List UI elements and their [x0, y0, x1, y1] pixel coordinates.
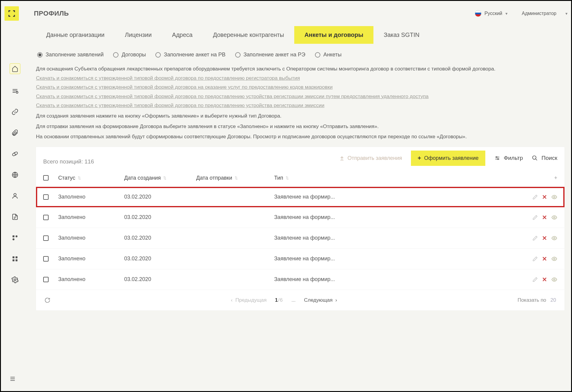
sort-icon[interactable]: ⇅ — [286, 176, 288, 180]
download-link-4[interactable]: Скачать и ознакомиться с утвержденной ти… — [36, 101, 565, 110]
select-all-checkbox[interactable] — [43, 175, 49, 181]
svg-point-18 — [496, 157, 497, 157]
row-checkbox[interactable] — [43, 277, 49, 282]
row-checkbox[interactable] — [43, 256, 49, 262]
sidebar-settings[interactable] — [11, 276, 19, 284]
download-link-2[interactable]: Скачать и ознакомиться с утвержденной ти… — [36, 83, 565, 92]
per-page-value[interactable]: 20 — [550, 297, 556, 303]
col-status[interactable]: Статус — [58, 175, 75, 181]
delete-icon[interactable]: ✕ — [542, 276, 547, 283]
svg-point-25 — [554, 258, 555, 259]
filter-button[interactable]: Фильтр — [494, 155, 523, 161]
table-row[interactable]: Заполнено03.02.2020Заявление на формир..… — [36, 249, 565, 269]
sidebar-menu[interactable] — [9, 376, 16, 382]
sidebar-apps[interactable] — [11, 255, 19, 263]
search-button[interactable]: Поиск — [532, 155, 557, 161]
user-selector[interactable]: Администратор ▾ — [522, 11, 568, 16]
edit-icon[interactable] — [532, 277, 538, 282]
create-label: Оформить заявление — [424, 155, 479, 161]
sidebar-user[interactable] — [11, 192, 19, 200]
view-icon[interactable] — [551, 277, 557, 283]
view-icon[interactable] — [551, 214, 557, 220]
sort-icon[interactable]: ⇅ — [163, 176, 166, 180]
send-label: Отправить заявления — [348, 155, 402, 161]
cell-status: Заполнено — [58, 194, 124, 200]
tab-4[interactable]: Анкеты и договоры — [294, 26, 373, 44]
cell-created: 03.02.2020 — [124, 194, 196, 200]
tab-1[interactable]: Лицензии — [115, 26, 162, 44]
filter-icon — [494, 155, 500, 161]
user-label: Администратор — [522, 11, 556, 16]
sidebar-link[interactable] — [11, 108, 19, 116]
radio-0[interactable]: Заполнение заявлений — [37, 52, 103, 58]
edit-icon[interactable] — [532, 235, 538, 241]
cell-created: 03.02.2020 — [124, 214, 196, 220]
delete-icon[interactable]: ✕ — [542, 193, 547, 201]
app-logo[interactable] — [4, 6, 19, 21]
svg-rect-11 — [16, 259, 17, 261]
tab-3[interactable]: Доверенные контрагенты — [203, 26, 294, 44]
view-icon[interactable] — [551, 235, 557, 241]
tab-2[interactable]: Адреса — [162, 26, 203, 44]
next-page[interactable]: Следующая › — [304, 297, 337, 303]
sidebar-pill[interactable] — [11, 150, 19, 158]
col-sent[interactable]: Дата отправки — [196, 175, 232, 181]
sidebar-registry[interactable] — [11, 87, 19, 95]
sidebar-attach[interactable] — [11, 129, 19, 137]
view-icon[interactable] — [551, 256, 557, 262]
radio-circle — [155, 52, 161, 58]
col-created[interactable]: Дата создания — [124, 175, 161, 181]
row-checkbox[interactable] — [43, 215, 49, 220]
logo-icon — [7, 9, 16, 18]
search-label: Поиск — [541, 155, 557, 161]
radio-circle — [113, 52, 118, 58]
svg-point-23 — [554, 217, 555, 218]
row-checkbox[interactable] — [43, 235, 49, 241]
radio-circle — [315, 52, 320, 58]
page-dots[interactable]: ... — [291, 297, 295, 303]
radio-4[interactable]: Анкеты — [315, 52, 342, 58]
table-row[interactable]: Заполнено03.02.2020Заявление на формир..… — [36, 187, 565, 207]
svg-rect-5 — [13, 235, 14, 237]
radio-1[interactable]: Договоры — [113, 52, 146, 58]
view-icon[interactable] — [551, 194, 557, 200]
tabs: Данные организацииЛицензииАдресаДоверенн… — [36, 26, 565, 44]
refresh-button[interactable] — [44, 297, 50, 303]
pagination: ‹ Предыдущая 1/6 ... Следующая › Показат… — [36, 290, 565, 310]
radio-2[interactable]: Заполнение анкет на РВ — [155, 52, 225, 58]
table-row[interactable]: Заполнено03.02.2020Заявление на формир..… — [36, 207, 565, 228]
per-page-label: Показать по — [517, 297, 546, 303]
delete-icon[interactable]: ✕ — [542, 235, 547, 242]
table-row[interactable]: Заполнено03.02.2020Заявление на формир..… — [36, 228, 565, 249]
delete-icon[interactable]: ✕ — [542, 255, 547, 262]
edit-icon[interactable] — [532, 194, 538, 200]
cell-type: Заявление на формир... — [274, 194, 518, 200]
chevron-down-icon: ▾ — [505, 11, 508, 16]
tab-5[interactable]: Заказ SGTIN — [373, 26, 430, 44]
cell-type: Заявление на формир... — [274, 276, 518, 283]
sort-icon[interactable]: ⇅ — [78, 176, 80, 180]
row-checkbox[interactable] — [43, 194, 49, 200]
delete-icon[interactable]: ✕ — [542, 214, 547, 221]
col-type[interactable]: Тип — [274, 175, 283, 181]
tab-0[interactable]: Данные организации — [36, 26, 115, 44]
sort-icon[interactable]: ⇅ — [235, 176, 237, 180]
radio-3[interactable]: Заполнение анкет на РЭ — [235, 52, 305, 58]
language-selector[interactable]: Русский ▾ — [475, 10, 507, 17]
svg-point-4 — [14, 193, 16, 196]
sidebar-home[interactable] — [10, 63, 20, 74]
table-header: Статус⇅ Дата создания⇅ Дата отправки⇅ Ти… — [36, 166, 565, 187]
sidebar-globe[interactable] — [11, 171, 19, 179]
upload-icon — [339, 155, 345, 161]
edit-icon[interactable] — [532, 215, 538, 220]
sidebar-modules[interactable] — [11, 234, 19, 242]
edit-icon[interactable] — [532, 256, 538, 262]
sidebar-doc[interactable] — [11, 213, 19, 221]
svg-point-0 — [16, 91, 18, 93]
table-row[interactable]: Заполнено03.02.2020Заявление на формир..… — [36, 269, 565, 290]
create-application-button[interactable]: + Оформить заявление — [411, 151, 485, 166]
cell-type: Заявление на формир... — [274, 235, 518, 241]
add-column-button[interactable]: + — [545, 175, 557, 181]
download-link-1[interactable]: Скачать и ознакомиться с утвержденной ти… — [36, 74, 565, 83]
download-link-3[interactable]: Скачать и ознакомиться с утвержденной ти… — [36, 92, 565, 101]
